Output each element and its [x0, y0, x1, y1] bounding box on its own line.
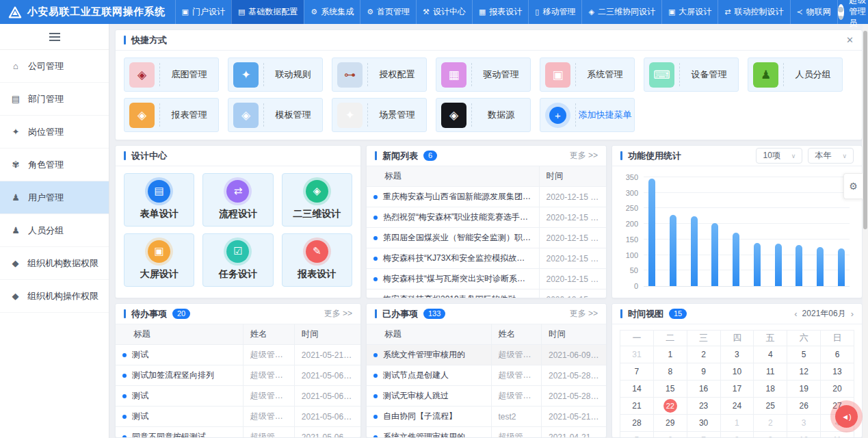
calendar-day[interactable]: 30 [687, 415, 720, 432]
calendar-day[interactable]: 18 [754, 381, 787, 398]
quick-card[interactable]: +添加快捷菜单 [540, 98, 635, 132]
calendar-day[interactable]: 8 [653, 363, 687, 381]
todo-more-link[interactable]: 更多 >> [324, 308, 352, 320]
calendar-day[interactable]: 20 [821, 381, 854, 398]
calendar-day[interactable]: 12 [787, 363, 821, 381]
sidebar-item[interactable]: ◆组织机构数据权限 [0, 247, 109, 280]
quick-card[interactable]: ▣系统管理 [540, 57, 635, 92]
user-menu[interactable]: 超级管理员 [838, 0, 868, 24]
quick-card[interactable]: ◈底图管理 [124, 57, 219, 92]
quick-card[interactable]: ◈模板管理 [228, 98, 323, 132]
quick-card[interactable]: ▦驱动管理 [436, 57, 531, 92]
top-nav-item[interactable]: ▣门户设计 [175, 0, 231, 24]
done-more-link[interactable]: 更多 >> [570, 308, 598, 320]
calendar-day[interactable]: 11 [821, 432, 854, 438]
table-row[interactable]: 测试节点是创建人超级管理员2021-05-28 11:34:51 [367, 365, 606, 386]
sidebar-collapse-button[interactable] [0, 24, 109, 50]
design-card[interactable]: ◈二三维设计 [282, 173, 352, 227]
calendar-day[interactable]: 2 [754, 415, 787, 432]
calendar-day[interactable]: 9 [687, 363, 720, 381]
table-row[interactable]: 梅安森科技“煤与瓦斯突出实时诊断系统”迎来发展机遇2020-12-15 17:0… [367, 269, 606, 289]
calendar-day[interactable]: 17 [720, 381, 754, 398]
calendar-day[interactable]: 25 [754, 398, 787, 415]
sidebar-item[interactable]: ✦岗位管理 [0, 116, 109, 149]
calendar-day[interactable]: 5 [620, 432, 654, 438]
sidebar-item[interactable]: ▤部门管理 [0, 83, 109, 116]
calendar-day[interactable]: 29 [653, 415, 687, 432]
calendar-day[interactable]: 2 [687, 346, 720, 363]
sidebar-item[interactable]: ♟用户管理 [0, 181, 109, 214]
period-select[interactable]: 本年 ∨ [808, 148, 854, 164]
calendar-day[interactable]: 11 [754, 363, 787, 381]
calendar-day[interactable]: 16 [687, 381, 720, 398]
calendar-day[interactable]: 13 [821, 363, 854, 381]
top-nav-item[interactable]: ⚒设计中心 [416, 0, 472, 24]
quick-card[interactable]: ◈报表管理 [124, 98, 219, 132]
calendar-day[interactable]: 26 [787, 398, 821, 415]
top-nav-item[interactable]: ▯移动管理 [528, 0, 581, 24]
calendar-day[interactable]: 1 [720, 415, 754, 432]
quick-card[interactable]: ⌨设备管理 [644, 57, 739, 92]
top-nav-item[interactable]: ≺物联网 [790, 0, 838, 24]
sidebar-item[interactable]: ✾角色管理 [0, 149, 109, 181]
table-row[interactable]: 第四届全国煤炭业（智能安全监测）职业技能赛2020-12-15 17:32:54 [367, 228, 606, 248]
table-row[interactable]: 梅安森科技“KJ73X和安全监控模拟故障仿真软件技术平台”2020-12-15 … [367, 248, 606, 269]
calendar-day[interactable]: 23 [687, 398, 720, 415]
count-select[interactable]: 10项 ∨ [756, 148, 802, 164]
news-more-link[interactable]: 更多 >> [570, 150, 598, 162]
design-card[interactable]: ▤表单设计 [124, 173, 194, 227]
table-row[interactable]: 测试超级管理员2021-05-21 14:50:08 [116, 345, 360, 365]
design-card[interactable]: ☑任务设计 [202, 233, 273, 287]
calendar-day[interactable]: 28 [620, 415, 654, 432]
close-icon[interactable]: ✕ [846, 35, 854, 45]
calendar-day[interactable]: 7 [687, 432, 720, 438]
calendar-day[interactable]: 7 [620, 363, 654, 381]
table-row[interactable]: 同意不同意按钮测试超级管理员2021-05-06 14:03:10 [116, 427, 360, 438]
top-nav-item[interactable]: ⚙系统集成 [304, 0, 360, 24]
calendar-day[interactable]: 24 [720, 398, 754, 415]
table-row[interactable]: 测试无审核人跳过超级管理员2021-05-28 10:36:44 [367, 386, 606, 407]
table-row[interactable]: 系统文件管理审核用的超级管理员2021-06-09 18:02:12 [367, 345, 606, 365]
calendar-day[interactable]: 10 [787, 432, 821, 438]
voice-broadcast-button[interactable]: ◄) [835, 405, 858, 428]
quick-card[interactable]: ♟人员分组 [748, 57, 843, 92]
calendar-day[interactable]: 5 [787, 346, 821, 363]
table-row[interactable]: 重庆梅安森与山西省国新能源发展集团智能化建设合作2020-12-15 17:35… [367, 187, 606, 207]
quick-card[interactable]: ◈数据源 [436, 98, 531, 132]
top-nav-item[interactable]: ▦报表设计 [472, 0, 528, 24]
design-card[interactable]: ▣大屏设计 [124, 233, 194, 287]
calendar-day[interactable]: 21 [620, 398, 654, 415]
calendar-day[interactable]: 14 [620, 381, 654, 398]
calendar-day[interactable]: 1 [653, 346, 687, 363]
calendar-day[interactable]: 22 [653, 398, 687, 415]
table-row[interactable]: 测试加签流程竖向排列超级管理员2021-05-06 16:43:15 [116, 365, 360, 386]
calendar-day[interactable]: 10 [720, 363, 754, 381]
calendar-day[interactable]: 6 [653, 432, 687, 438]
table-row[interactable]: 系统文件管理审核用的超级管理员2021-04-21 16:11:18 [367, 427, 606, 438]
calendar-day[interactable]: 31 [620, 346, 654, 363]
calendar-day[interactable]: 3 [787, 415, 821, 432]
quick-card[interactable]: ✦场景管理 [332, 98, 427, 132]
table-row[interactable]: 测试超级管理员2021-05-06 16:40:34 [116, 407, 360, 427]
table-row[interactable]: 自由协同【子流程】test22021-05-21 14:46:39 [367, 407, 606, 427]
calendar-day[interactable]: 8 [720, 432, 754, 438]
table-row[interactable]: 梅安森科技亮相2019青岛国际软件融合创新博览会2020-12-15 17:05… [367, 289, 606, 299]
sidebar-item[interactable]: ◆组织机构操作权限 [0, 280, 109, 313]
calendar-day[interactable]: 6 [821, 346, 854, 363]
calendar-day[interactable]: 15 [653, 381, 687, 398]
chevron-left-icon[interactable]: ‹ [794, 309, 797, 319]
sidebar-item[interactable]: ⌂公司管理 [0, 50, 109, 83]
table-row[interactable]: 热烈祝贺“梅安森杯”职业技能竞赛选手赛前培训成功举办2020-12-15 17:… [367, 207, 606, 228]
sidebar-item[interactable]: ♟人员分组 [0, 214, 109, 247]
top-nav-item[interactable]: ▤基础数据配置 [231, 0, 304, 24]
quick-card[interactable]: ✦联动规则 [228, 57, 323, 92]
calendar-day[interactable]: 9 [754, 432, 787, 438]
chevron-right-icon[interactable]: › [851, 309, 854, 319]
table-row[interactable]: 测试超级管理员2021-05-06 16:41:18 [116, 386, 360, 407]
top-nav-item[interactable]: ◈二三维协同设计 [581, 0, 661, 24]
design-card[interactable]: ⇄流程设计 [202, 173, 273, 227]
scrollbar-thumb[interactable] [863, 31, 867, 229]
settings-tab[interactable]: ⚙ [843, 173, 863, 199]
quick-card[interactable]: ⊶授权配置 [332, 57, 427, 92]
top-nav-item[interactable]: ⇄联动控制设计 [718, 0, 789, 24]
